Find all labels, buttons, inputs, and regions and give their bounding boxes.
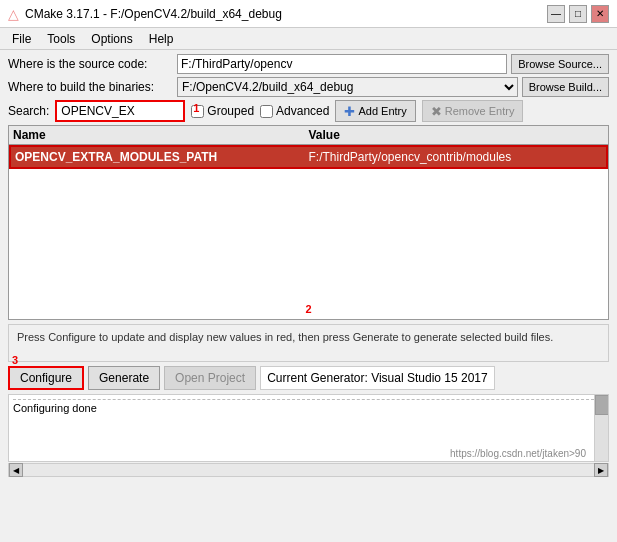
status-area: Press Configure to update and display ne… (8, 324, 609, 362)
open-project-btn[interactable]: Open Project (164, 366, 256, 390)
menu-help[interactable]: Help (141, 30, 182, 47)
row-name: OPENCV_EXTRA_MODULES_PATH (15, 150, 309, 164)
table-row[interactable]: OPENCV_EXTRA_MODULES_PATH F:/ThirdParty/… (9, 145, 608, 169)
log-scrollbar-thumb[interactable] (595, 395, 609, 415)
titlebar: △ CMake 3.17.1 - F:/OpenCV4.2/build_x64_… (0, 0, 617, 28)
status-text: Press Configure to update and display ne… (17, 331, 553, 343)
advanced-checkbox[interactable] (260, 105, 273, 118)
titlebar-title: CMake 3.17.1 - F:/OpenCV4.2/build_x64_de… (25, 7, 282, 21)
entries-table[interactable]: Name Value OPENCV_EXTRA_MODULES_PATH F:/… (8, 125, 609, 320)
grouped-checkbox-label: Grouped (191, 104, 254, 118)
build-row: Where to build the binaries: F:/OpenCV4.… (8, 77, 609, 97)
h-scrollbar[interactable]: ◀ ▶ (8, 463, 609, 477)
grouped-label: Grouped (207, 104, 254, 118)
app-icon: △ (8, 6, 19, 22)
annotation-2: 2 (305, 303, 311, 315)
scroll-track[interactable] (23, 464, 594, 476)
advanced-label: Advanced (276, 104, 329, 118)
search-row: Search: 1 Grouped Advanced ✚ Add Entry ✖… (8, 100, 609, 122)
scroll-left-btn[interactable]: ◀ (9, 463, 23, 477)
remove-entry-label: Remove Entry (445, 105, 515, 117)
search-label: Search: (8, 104, 49, 118)
build-select[interactable]: F:/OpenCV4.2/build_x64_debug (177, 77, 518, 97)
main-panel: Where is the source code: Browse Source.… (0, 50, 617, 481)
browse-build-btn[interactable]: Browse Build... (522, 77, 609, 97)
log-area: Configuring done https://blog.csdn.net/j… (8, 394, 609, 462)
minimize-btn[interactable]: — (547, 5, 565, 23)
configure-btn[interactable]: Configure (8, 366, 84, 390)
maximize-btn[interactable]: □ (569, 5, 587, 23)
menu-options[interactable]: Options (83, 30, 140, 47)
close-btn[interactable]: ✕ (591, 5, 609, 23)
menu-tools[interactable]: Tools (39, 30, 83, 47)
generate-btn[interactable]: Generate (88, 366, 160, 390)
row-value: F:/ThirdParty/opencv_contrib/modules (309, 150, 603, 164)
source-label: Where is the source code: (8, 57, 173, 71)
bottom-buttons-row: Configure 3 Generate Open Project Curren… (8, 366, 609, 390)
source-input[interactable] (177, 54, 507, 74)
advanced-checkbox-label: Advanced (260, 104, 329, 118)
add-icon: ✚ (344, 104, 355, 119)
log-line: Configuring done (13, 402, 604, 414)
table-header: Name Value (9, 126, 608, 145)
annotation-3: 3 (12, 354, 18, 366)
remove-icon: ✖ (431, 104, 442, 119)
browse-source-btn[interactable]: Browse Source... (511, 54, 609, 74)
scroll-right-btn[interactable]: ▶ (594, 463, 608, 477)
menu-file[interactable]: File (4, 30, 39, 47)
add-entry-btn[interactable]: ✚ Add Entry (335, 100, 415, 122)
annotation-1: 1 (193, 102, 199, 114)
menubar: File Tools Options Help (0, 28, 617, 50)
build-label: Where to build the binaries: (8, 80, 173, 94)
watermark: https://blog.csdn.net/jtaken>90 (450, 448, 590, 459)
source-row: Where is the source code: Browse Source.… (8, 54, 609, 74)
add-entry-label: Add Entry (358, 105, 406, 117)
col-value-header: Value (309, 128, 605, 142)
search-input[interactable] (55, 100, 185, 122)
remove-entry-btn[interactable]: ✖ Remove Entry (422, 100, 524, 122)
col-name-header: Name (13, 128, 309, 142)
log-scrollbar[interactable] (594, 395, 608, 461)
current-gen-label: Current Generator: Visual Studio 15 2017 (260, 366, 495, 390)
